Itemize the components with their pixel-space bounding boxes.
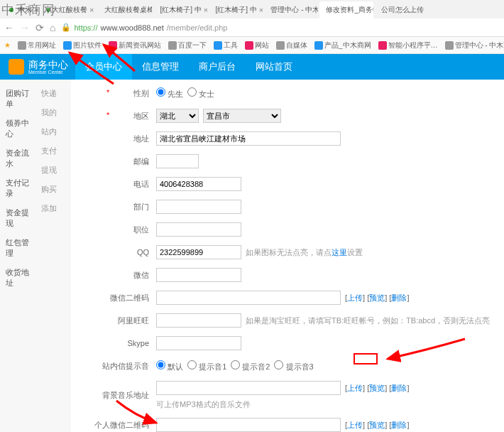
tab-close-icon[interactable]: × — [259, 6, 263, 14]
bookmark-label: 百度一下 — [178, 40, 207, 50]
topnav-2[interactable]: 商户后台 — [189, 54, 246, 80]
bookmark-2[interactable]: 新闻资讯网站 — [109, 40, 161, 50]
sidebar-sub-2[interactable]: 站内 — [35, 122, 71, 141]
topnav-1[interactable]: 信息管理 — [132, 54, 189, 80]
sidebar-sub-6[interactable]: 添加 — [35, 199, 71, 218]
row-phone: 电话 — [92, 176, 495, 192]
sound-1[interactable]: 提示音1 — [187, 360, 226, 372]
bgm-upload[interactable]: 上传 — [347, 384, 363, 392]
bookmark-1[interactable]: 图片软件 — [63, 40, 102, 50]
tab-favicon — [47, 6, 50, 14]
label-zip: 邮编 — [92, 156, 156, 167]
bgm-preview[interactable]: 预览 — [369, 384, 385, 392]
gender-male-radio[interactable] — [156, 87, 165, 97]
sidebar-item-4[interactable]: 资金提现 — [0, 203, 35, 233]
sidebar-sub-3[interactable]: 支付 — [35, 141, 71, 161]
tab-label: [红木椅子] 中 — [160, 5, 201, 15]
forward-icon[interactable]: → — [20, 22, 30, 33]
qq-input[interactable] — [156, 245, 241, 259]
bookmark-9[interactable]: 管理中心 - 中木商网 -… — [445, 40, 504, 50]
phone-input[interactable] — [156, 177, 241, 191]
bookmark-5[interactable]: 网站 — [245, 40, 269, 50]
bookmark-6[interactable]: 自媒体 — [276, 40, 307, 50]
sidebar-sub-0[interactable]: 快递 — [35, 84, 71, 103]
pwxqr-preview[interactable]: 预览 — [369, 421, 385, 429]
province-select[interactable]: 湖北 — [156, 109, 199, 123]
tab-label: 修改资料_商务中 — [326, 5, 373, 15]
sidebar-sub-5[interactable]: 购买 — [35, 180, 71, 199]
label-qq: QQ — [92, 248, 156, 256]
browser-tab-strip: 中禾×大红酸枝餐×大红酸枝餐桌椅×[红木椅子] 中×[红木椅子] 中×管理中心 … — [0, 0, 504, 18]
sidebar-sub-1[interactable]: 我的 — [35, 103, 71, 122]
bookmark-0[interactable]: 常用网址 — [18, 40, 56, 50]
dept-input[interactable] — [156, 200, 241, 214]
browser-tab-2[interactable]: 大红酸枝餐桌椅× — [98, 1, 152, 18]
bookmark-label: 管理中心 - 中木商网 -… — [455, 40, 504, 50]
topnav-0[interactable]: 会员中心 — [75, 54, 132, 80]
zip-input[interactable] — [156, 154, 199, 168]
browser-tab-1[interactable]: 大红酸枝餐× — [43, 1, 97, 18]
browser-tab-4[interactable]: [红木椅子] 中× — [209, 1, 263, 18]
sidebar-item-2[interactable]: 资金流水 — [0, 144, 35, 173]
bookmark-4[interactable]: 工具 — [214, 40, 238, 50]
browser-tab-5[interactable]: 管理中心 - 中木× — [264, 1, 318, 18]
tab-close-icon[interactable]: × — [34, 6, 38, 14]
sound-2[interactable]: 提示音2 — [231, 360, 270, 372]
tab-close-icon[interactable]: × — [89, 6, 94, 14]
wxqr-delete[interactable]: 删除 — [391, 293, 407, 302]
gender-female[interactable]: 女士 — [187, 87, 214, 99]
label-ali: 阿里旺旺 — [92, 315, 156, 326]
bookmark-label: 常用网址 — [28, 40, 56, 50]
sidebar-item-3[interactable]: 支付记录 — [0, 173, 35, 203]
pwxqr-upload[interactable]: 上传 — [347, 421, 363, 429]
address-input[interactable] — [156, 131, 341, 146]
url-field[interactable]: 🔒 https://www.wood888.net/member/edit.ph… — [61, 23, 500, 32]
sidebar-sub-col: 快递我的站内支付提现购买添加 — [35, 84, 71, 432]
tab-label: 大红酸枝餐桌椅 — [104, 5, 152, 15]
title-input[interactable] — [156, 222, 241, 237]
site-logo[interactable]: 商务中心 Member Center — [0, 59, 75, 75]
sidebar-item-6[interactable]: 收货地址 — [0, 263, 35, 293]
sidebar-item-0[interactable]: 团购订单 — [0, 84, 35, 114]
row-region: 地区 湖北 宜昌市 — [92, 108, 495, 124]
form-area: 性别 先生 女士 地区 湖北 宜昌市 地址 邮编 电话 部门 — [71, 80, 504, 432]
topnav-3[interactable]: 网站首页 — [246, 54, 302, 80]
ali-input[interactable] — [156, 313, 241, 328]
bookmark-7[interactable]: 产品_中木商网 — [314, 40, 371, 50]
pwxqr-delete[interactable]: 删除 — [391, 421, 407, 429]
logo-icon — [9, 59, 24, 75]
browser-tab-0[interactable]: 中禾× — [3, 1, 41, 18]
bookmark-3[interactable]: 百度一下 — [168, 40, 207, 50]
home-icon[interactable]: ⌂ — [50, 22, 55, 33]
url-scheme: https:// — [74, 23, 97, 32]
bgm-input[interactable] — [156, 381, 341, 395]
bookmark-icon — [109, 41, 117, 50]
skype-input[interactable] — [156, 336, 241, 350]
wxqr-preview[interactable]: 预览 — [369, 293, 385, 302]
bookmark-star-icon[interactable]: ★ — [4, 41, 11, 49]
bookmark-8[interactable]: 智能小程序平… — [378, 40, 438, 50]
tab-close-icon[interactable]: × — [204, 6, 208, 14]
gender-male[interactable]: 先生 — [156, 87, 183, 99]
bookmark-label: 自媒体 — [286, 40, 307, 50]
sidebar-sub-4[interactable]: 提现 — [35, 161, 71, 180]
sound-default[interactable]: 默认 — [156, 360, 183, 372]
browser-tab-7[interactable]: 公司怎么上传 — [375, 1, 429, 18]
pwxqr-input[interactable] — [156, 418, 341, 432]
gender-female-radio[interactable] — [187, 87, 197, 97]
main-header: 商务中心 Member Center 会员中心信息管理商户后台网站首页 — [0, 54, 504, 80]
bgm-delete[interactable]: 删除 — [391, 384, 407, 392]
wxqr-input[interactable] — [156, 291, 341, 305]
sound-3[interactable]: 提示音3 — [274, 360, 313, 372]
qq-hint-link[interactable]: 这里 — [332, 248, 347, 256]
label-wxqr: 微信二维码 — [92, 293, 156, 303]
city-select[interactable]: 宜昌市 — [203, 109, 281, 123]
wechat-input[interactable] — [156, 268, 241, 282]
back-icon[interactable]: ← — [4, 22, 14, 33]
browser-tab-6[interactable]: 修改资料_商务中× — [319, 1, 373, 18]
reload-icon[interactable]: ⟳ — [35, 22, 44, 33]
sidebar-item-5[interactable]: 红包管理 — [0, 233, 35, 263]
browser-tab-3[interactable]: [红木椅子] 中× — [153, 1, 207, 18]
wxqr-upload[interactable]: 上传 — [347, 293, 363, 302]
sidebar-item-1[interactable]: 领券中心 — [0, 114, 35, 144]
